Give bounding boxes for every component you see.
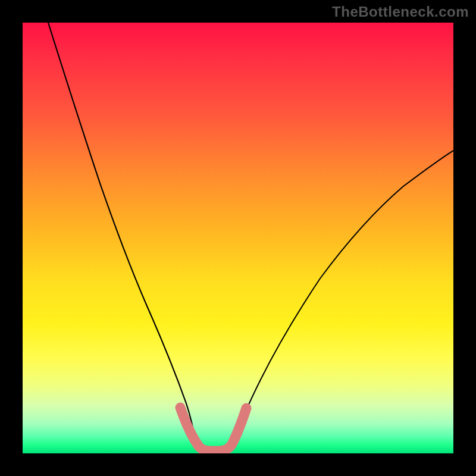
curve-overlay [23,23,453,453]
left-curve [48,23,196,445]
right-curve [232,151,453,445]
chart-stage: TheBottleneck.com [0,0,476,476]
plot-area [23,23,453,453]
watermark-text: TheBottleneck.com [332,4,469,20]
bottom-highlight [180,408,246,451]
